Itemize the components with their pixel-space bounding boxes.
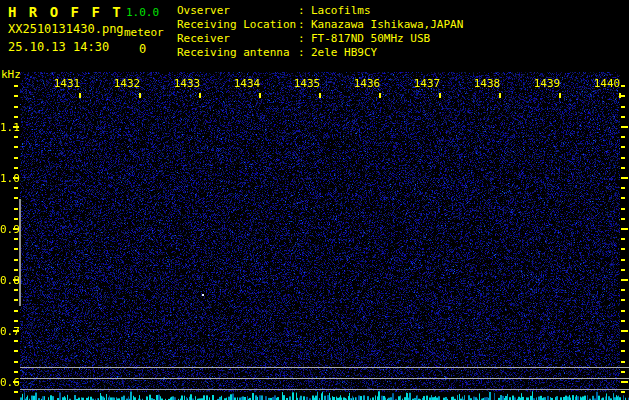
freq-major-tick	[13, 126, 19, 128]
band-marker-line	[19, 199, 21, 306]
time-axis-label: 1440	[592, 77, 622, 90]
freq-minor-tick	[14, 167, 18, 169]
spectrogram-canvas	[20, 72, 629, 400]
minute-tick	[319, 93, 321, 98]
info-separator: :	[298, 46, 311, 60]
freq-minor-tick	[14, 361, 18, 363]
info-value: Kanazawa Ishikawa,JAPAN	[311, 18, 463, 32]
freq-minor-tick	[621, 350, 625, 352]
freq-minor-tick	[14, 136, 18, 138]
freq-minor-tick	[14, 146, 18, 148]
time-axis-label: 1431	[52, 77, 82, 90]
freq-major-tick	[13, 279, 19, 281]
time-axis-label: 1434	[232, 77, 262, 90]
freq-major-tick	[13, 177, 19, 179]
info-value: FT-817ND 50MHz USB	[311, 32, 430, 46]
freq-minor-tick	[14, 187, 18, 189]
minute-tick	[379, 93, 381, 98]
freq-minor-tick	[14, 106, 18, 108]
time-axis-label: 1438	[472, 77, 502, 90]
freq-minor-tick	[621, 208, 625, 210]
freq-major-tick	[621, 279, 628, 281]
output-file-name: XX2510131430.png	[8, 22, 124, 36]
info-label: Receiving Location	[177, 18, 298, 32]
freq-minor-tick	[14, 238, 18, 240]
time-axis-label: 1433	[172, 77, 202, 90]
freq-major-tick	[621, 330, 628, 332]
info-label: Ovserver	[177, 4, 298, 18]
freq-minor-tick	[14, 85, 18, 87]
frequency-axis-unit: kHz	[1, 68, 21, 81]
station-info-row: Receiving antenna:2ele HB9CY	[177, 46, 463, 60]
freq-minor-tick	[621, 106, 625, 108]
minute-tick	[79, 93, 81, 98]
freq-major-tick	[13, 228, 19, 230]
freq-minor-tick	[14, 310, 18, 312]
info-separator: :	[298, 32, 311, 46]
freq-minor-tick	[621, 340, 625, 342]
freq-minor-tick	[621, 361, 625, 363]
freq-minor-tick	[621, 187, 625, 189]
freq-minor-tick	[14, 350, 18, 352]
station-info-row: Receiving Location:Kanazawa Ishikawa,JAP…	[177, 18, 463, 32]
freq-minor-tick	[14, 371, 18, 373]
freq-major-tick	[13, 330, 19, 332]
freq-minor-tick	[621, 310, 625, 312]
freq-minor-tick	[14, 95, 18, 97]
info-value: Lacofilms	[311, 4, 371, 18]
freq-minor-tick	[14, 320, 18, 322]
hrofft-window: H R O F F T 1.0.0 XX2510131430.png meteo…	[0, 0, 629, 400]
freq-minor-tick	[14, 116, 18, 118]
minute-tick	[559, 93, 561, 98]
minute-tick	[499, 93, 501, 98]
freq-minor-tick	[621, 218, 625, 220]
freq-minor-tick	[621, 248, 625, 250]
freq-minor-tick	[14, 157, 18, 159]
time-axis-label: 1432	[112, 77, 142, 90]
freq-minor-tick	[621, 146, 625, 148]
freq-minor-tick	[621, 289, 625, 291]
observation-datetime: 25.10.13 14:30	[8, 40, 109, 54]
app-version: 1.0.0	[126, 6, 159, 19]
info-value: 2ele HB9CY	[311, 46, 377, 60]
freq-major-tick	[621, 126, 628, 128]
info-label: Receiving antenna	[177, 46, 298, 60]
freq-minor-tick	[14, 269, 18, 271]
info-separator: :	[298, 4, 311, 18]
meteor-counter-label: meteor	[124, 26, 164, 39]
freq-minor-tick	[14, 208, 18, 210]
freq-minor-tick	[621, 269, 625, 271]
freq-major-tick	[621, 228, 628, 230]
info-label: Receiver	[177, 32, 298, 46]
freq-minor-tick	[621, 371, 625, 373]
freq-minor-tick	[14, 299, 18, 301]
freq-minor-tick	[621, 197, 625, 199]
freq-minor-tick	[621, 95, 625, 97]
time-axis-label: 1437	[412, 77, 442, 90]
time-axis-label: 1436	[352, 77, 382, 90]
freq-minor-tick	[14, 259, 18, 261]
minute-tick	[199, 93, 201, 98]
freq-minor-tick	[14, 218, 18, 220]
freq-minor-tick	[621, 136, 625, 138]
freq-minor-tick	[14, 197, 18, 199]
station-info-row: Receiver:FT-817ND 50MHz USB	[177, 32, 463, 46]
time-axis-label: 1439	[532, 77, 562, 90]
freq-minor-tick	[621, 299, 625, 301]
freq-minor-tick	[14, 340, 18, 342]
minute-tick	[259, 93, 261, 98]
freq-minor-tick	[621, 85, 625, 87]
freq-major-tick	[621, 177, 628, 179]
freq-minor-tick	[621, 238, 625, 240]
station-info-block: Ovserver:LacofilmsReceiving Location:Kan…	[177, 4, 463, 60]
freq-minor-tick	[621, 391, 625, 393]
minute-tick	[439, 93, 441, 98]
freq-minor-tick	[14, 248, 18, 250]
time-axis-label: 1435	[292, 77, 322, 90]
freq-minor-tick	[14, 289, 18, 291]
freq-minor-tick	[621, 116, 625, 118]
freq-minor-tick	[621, 157, 625, 159]
app-title: H R O F F T	[8, 4, 123, 20]
freq-minor-tick	[621, 259, 625, 261]
freq-minor-tick	[621, 320, 625, 322]
